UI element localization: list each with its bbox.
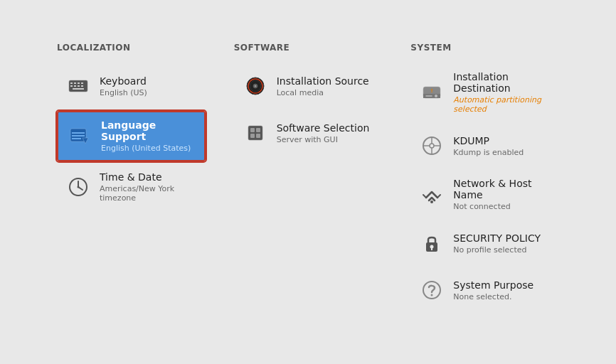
- svg-rect-25: [250, 128, 255, 132]
- item-title-network-hostname: Network & Host Name: [453, 178, 551, 200]
- item-sub-network-hostname: Not connected: [453, 202, 551, 211]
- svg-point-46: [431, 294, 433, 296]
- main-content: LOCALIZATION KeyboardEnglish (US) Langua…: [0, 0, 616, 341]
- item-software-selection[interactable]: Software SelectionServer with GUI: [234, 111, 383, 155]
- section-software: SOFTWARE Installation SourceLocal media …: [234, 43, 383, 312]
- svg-rect-4: [81, 82, 83, 84]
- keyboard-icon: [65, 73, 91, 99]
- item-sub-keyboard: English (US): [100, 88, 147, 97]
- item-kdump[interactable]: KDUMPKdump is enabled: [410, 124, 559, 168]
- svg-rect-6: [74, 85, 76, 87]
- disc-icon: [243, 73, 268, 99]
- svg-point-36: [430, 144, 434, 148]
- item-time-date[interactable]: Time & DateAmericas/New York timezone: [57, 164, 206, 210]
- section-system: SYSTEM ! Installation DestinationAutomat…: [410, 43, 559, 312]
- item-title-language-support: Language Support: [101, 119, 196, 142]
- item-network-hostname[interactable]: Network & Host NameNot connected: [410, 171, 559, 218]
- item-sub-time-date: Americas/New York timezone: [100, 184, 197, 203]
- item-installation-source[interactable]: Installation SourceLocal media: [234, 64, 383, 108]
- clock-icon: [65, 174, 91, 200]
- section-items-system: ! Installation DestinationAutomatic part…: [410, 64, 559, 312]
- svg-point-41: [430, 200, 433, 203]
- svg-rect-2: [74, 82, 76, 84]
- sections-grid: LOCALIZATION KeyboardEnglish (US) Langua…: [57, 43, 559, 312]
- network-icon: [419, 182, 445, 208]
- svg-rect-8: [81, 85, 83, 87]
- item-sub-security-policy: No profile selected: [453, 245, 541, 255]
- svg-rect-28: [256, 134, 260, 138]
- section-localization: LOCALIZATION KeyboardEnglish (US) Langua…: [57, 43, 206, 312]
- section-items-software: Installation SourceLocal media Software …: [234, 64, 383, 155]
- item-keyboard[interactable]: KeyboardEnglish (US): [57, 64, 206, 108]
- svg-rect-3: [78, 82, 80, 84]
- item-installation-destination[interactable]: ! Installation DestinationAutomatic part…: [410, 64, 559, 121]
- svg-rect-1: [70, 82, 73, 84]
- item-title-keyboard: Keyboard: [100, 75, 147, 87]
- item-security-policy[interactable]: SECURITY POLICYNo profile selected: [410, 221, 559, 265]
- svg-point-18: [78, 186, 80, 188]
- item-title-time-date: Time & Date: [100, 171, 197, 183]
- language-icon: [67, 124, 92, 149]
- section-header-localization: LOCALIZATION: [57, 43, 206, 53]
- item-title-kdump: KDUMP: [453, 135, 524, 146]
- svg-rect-7: [78, 85, 80, 87]
- svg-rect-24: [248, 126, 262, 140]
- software-icon: [243, 120, 268, 146]
- section-header-software: SOFTWARE: [234, 43, 383, 53]
- svg-rect-27: [250, 134, 255, 138]
- item-sub-language-support: English (United States): [101, 144, 196, 153]
- svg-point-43: [430, 245, 434, 249]
- svg-point-22: [254, 85, 256, 87]
- svg-point-32: [435, 95, 437, 97]
- question-icon: [419, 277, 445, 303]
- svg-text:!: !: [431, 88, 433, 94]
- item-title-installation-destination: Installation Destination: [453, 71, 551, 94]
- kdump-icon: [419, 133, 445, 159]
- item-language-support[interactable]: Language SupportEnglish (United States): [57, 111, 206, 161]
- section-items-localization: KeyboardEnglish (US) Language SupportEng…: [57, 64, 206, 210]
- item-title-security-policy: SECURITY POLICY: [453, 232, 541, 244]
- harddisk-icon: !: [419, 80, 445, 105]
- lock-icon: [419, 230, 445, 256]
- section-header-system: SYSTEM: [410, 43, 559, 53]
- item-system-purpose[interactable]: System PurposeNone selected.: [410, 268, 559, 312]
- item-sub-software-selection: Server with GUI: [277, 135, 370, 144]
- svg-rect-9: [73, 88, 84, 90]
- svg-rect-26: [256, 128, 260, 132]
- item-sub-installation-source: Local media: [277, 88, 369, 97]
- item-title-system-purpose: System Purpose: [453, 279, 533, 291]
- item-sub-kdump: Kdump is enabled: [453, 148, 524, 157]
- item-sub-system-purpose: None selected.: [453, 292, 533, 301]
- item-sub-installation-destination: Automatic partitioning selected: [453, 95, 551, 114]
- item-title-software-selection: Software Selection: [277, 122, 370, 134]
- svg-rect-5: [70, 85, 73, 87]
- item-title-installation-source: Installation Source: [277, 75, 369, 87]
